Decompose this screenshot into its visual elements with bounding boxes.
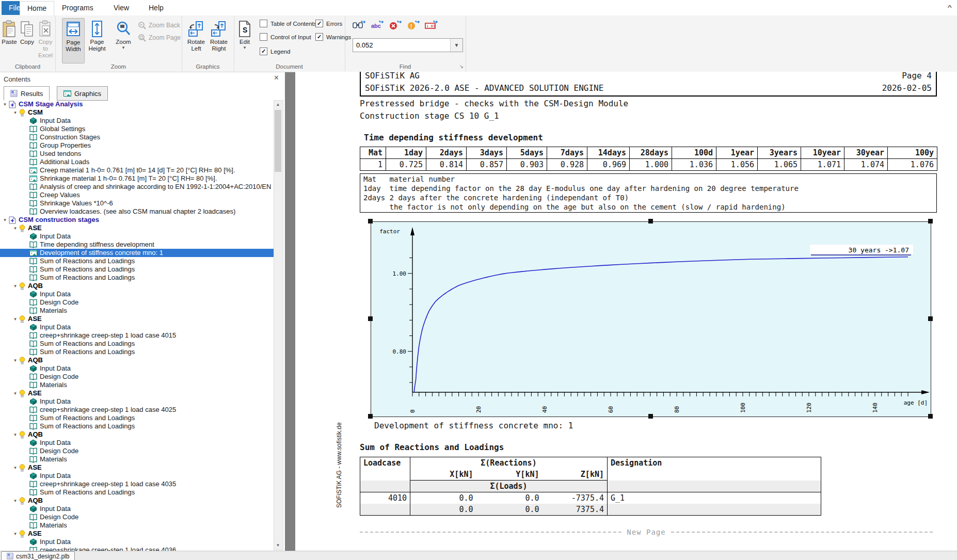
tree-item[interactable]: creep+shrinkage creep-step 1 load case 4… (0, 480, 274, 488)
page-height-button[interactable]: Page Height (86, 18, 108, 62)
tree-item[interactable]: Input Data (0, 538, 274, 546)
tree-expander-icon[interactable]: ▾ (12, 497, 18, 505)
tree-item[interactable]: Creep Values (0, 191, 274, 199)
find-binoculars-icon[interactable]: ↪ (353, 21, 364, 31)
tree-item[interactable]: ▾CSM construction stages (0, 216, 274, 224)
checkbox-control-of-input[interactable]: Control of Input (260, 33, 311, 41)
tree-item[interactable]: Input Data (0, 117, 274, 125)
tree-expander-icon[interactable]: ▾ (12, 389, 18, 397)
tree-item[interactable]: ▾ASE (0, 315, 274, 323)
tree-item[interactable]: Sum of Reactions and Loadings (0, 257, 274, 265)
tree-item[interactable]: creep+shrinkage creep-step 1 load case 4… (0, 546, 274, 551)
checkbox-legend[interactable]: ✓Legend (260, 47, 290, 55)
checkbox-box[interactable] (260, 20, 267, 27)
tree-item[interactable]: Design Code (0, 447, 274, 455)
selection-handle[interactable] (928, 316, 933, 321)
checkbox-table-of-contents[interactable]: Table of Contents (260, 20, 317, 27)
checkbox-box[interactable] (260, 33, 267, 41)
selection-handle[interactable] (368, 219, 373, 223)
tab-results[interactable]: Results (4, 86, 50, 101)
tree-item[interactable]: Development of stiffness concrete mno: 1 (0, 249, 274, 257)
selection-handle[interactable] (928, 414, 933, 419)
page-width-button[interactable]: Page Width (62, 18, 85, 63)
next-warning-icon[interactable]: ! ↪ (407, 21, 418, 31)
tree-item[interactable]: Input Data (0, 323, 274, 331)
tree-scrollbar-thumb[interactable] (275, 110, 281, 172)
tree-item[interactable]: ▾ASE (0, 530, 274, 538)
tree-item[interactable]: Input Data (0, 364, 274, 373)
selection-handle[interactable] (368, 316, 373, 321)
tree-item[interactable]: Creep material 1 h-0= 0.761 [m] t0= 14 [… (0, 166, 274, 174)
tree-item[interactable]: ▾CSM Stage Analysis (0, 100, 274, 108)
tree-item[interactable]: Construction Stages (0, 133, 274, 141)
tab-programs[interactable]: Programs (55, 1, 101, 15)
tree-item[interactable]: Analysis of creep and shrinkage accordin… (0, 183, 274, 191)
tree-expander-icon[interactable]: ▾ (2, 216, 8, 224)
tree-item[interactable]: Design Code (0, 373, 274, 381)
edit-button[interactable]: S Edit ▾ (235, 18, 254, 62)
tree-item[interactable]: Overview loadcases. (see also CSM manual… (0, 207, 274, 216)
tree-expander-icon[interactable]: ▾ (12, 463, 18, 472)
tab-graphics[interactable]: Graphics (57, 86, 108, 101)
tree-item[interactable]: Shrinkage material 1 h-0= 0.761 [m] T= 2… (0, 174, 274, 183)
tab-help[interactable]: Help (141, 1, 171, 15)
tree-item[interactable]: Materials (0, 381, 274, 389)
replace-abc-icon[interactable]: abc ↪ (371, 21, 382, 31)
checkbox-errors[interactable]: ✓Errors (315, 20, 342, 27)
tree-item[interactable]: Input Data (0, 505, 274, 513)
tree-expander-icon[interactable]: ▾ (12, 430, 18, 439)
tree-expander-icon[interactable]: ▾ (12, 356, 18, 364)
tree-item[interactable]: Additional Loads (0, 158, 274, 166)
tree-expander-icon[interactable]: ▾ (12, 282, 18, 290)
tree-item[interactable]: Materials (0, 455, 274, 463)
tree-item[interactable]: Input Data (0, 472, 274, 480)
tree-item[interactable]: Design Code (0, 513, 274, 521)
tree-expander-icon[interactable]: ▾ (2, 100, 8, 108)
scroll-up-icon[interactable]: ▲ (274, 101, 282, 109)
tree-item[interactable]: Materials (0, 521, 274, 530)
tree-item[interactable]: ▾AQB (0, 282, 274, 290)
tree-item[interactable]: creep+shrinkage creep-step 1 load case 4… (0, 406, 274, 414)
tree-expander-icon[interactable]: ▾ (12, 108, 18, 117)
stiffness-chart[interactable]: factor0.801.00age [d]0204060801001201403… (371, 221, 930, 416)
selection-handle[interactable] (368, 414, 373, 419)
rotate-left-button[interactable]: Rotate Left (186, 18, 206, 62)
selection-handle[interactable] (928, 219, 933, 223)
tree-item[interactable]: Sum of Reactions and Loadings (0, 265, 274, 274)
tree-item[interactable]: ▾ASE (0, 224, 274, 232)
tree-item[interactable]: ▾AQB (0, 497, 274, 505)
tree-item[interactable]: Group Properties (0, 141, 274, 150)
checkbox-box[interactable]: ✓ (260, 47, 267, 55)
tree-expander-icon[interactable]: ▾ (12, 224, 18, 232)
panel-splitter[interactable] (285, 72, 295, 551)
selection-handle[interactable] (648, 414, 653, 419)
zoom-page-button[interactable]: Zoom Page (138, 32, 181, 43)
scroll-down-icon[interactable]: ▼ (274, 541, 282, 550)
tree-item[interactable]: Sum of Reactions and Loadings (0, 488, 274, 497)
tree-item[interactable]: Shrinkage Values *10^-6 (0, 199, 274, 207)
tree-item[interactable]: Global Settings (0, 125, 274, 133)
tree-item[interactable]: Input Data (0, 439, 274, 447)
tree-expander-icon[interactable]: ▾ (12, 530, 18, 538)
tree-item[interactable]: Sum of Reactions and Loadings (0, 422, 274, 430)
tab-view[interactable]: View (106, 1, 136, 15)
tree-item[interactable]: ▾AQB (0, 356, 274, 364)
zoom-button[interactable]: Zoom ▾ (113, 18, 134, 62)
tab-home[interactable]: Home (20, 1, 54, 15)
find-dialog-launcher-icon[interactable]: ↘ (459, 63, 464, 69)
tree-item[interactable]: Input Data (0, 290, 274, 298)
document-tab[interactable]: csm31_design2.plb (1, 551, 75, 560)
tree-item[interactable]: ▾ASE (0, 463, 274, 472)
tree-scrollbar[interactable]: ▲ ▼ (274, 100, 283, 550)
collapse-ribbon-icon[interactable]: ^ (948, 4, 952, 11)
find-input[interactable] (353, 39, 450, 52)
tree-item[interactable]: Materials (0, 307, 274, 315)
rotate-right-button[interactable]: Rotate Right (209, 18, 229, 62)
checkbox-box[interactable]: ✓ (315, 33, 323, 41)
tree-item[interactable]: Input Data (0, 397, 274, 406)
tree-item[interactable]: Used tendons (0, 150, 274, 158)
tree-item[interactable]: Input Data (0, 232, 274, 241)
tree-item[interactable]: Sum of Reactions and Loadings (0, 340, 274, 348)
tree-item[interactable]: Sum of Reactions and Loadings (0, 274, 274, 282)
checkbox-box[interactable]: ✓ (315, 20, 323, 27)
